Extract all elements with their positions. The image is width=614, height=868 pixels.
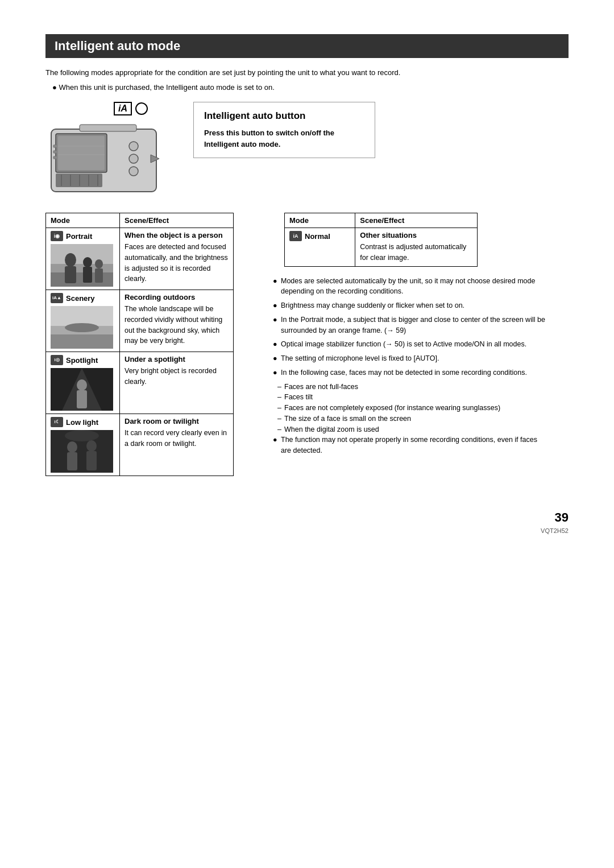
intelligent-auto-button-desc: Press this button to switch on/off the I… <box>204 127 364 150</box>
mode-cell-lowlight: i☾ Low light <box>46 414 120 476</box>
portrait-mode-icon: i◉ <box>51 231 63 241</box>
note-dash: Faces tilt <box>273 392 546 403</box>
svg-rect-36 <box>77 390 87 408</box>
scenery-mode-label: Scenery <box>66 294 95 303</box>
svg-point-35 <box>77 379 87 391</box>
spotlight-mode-label: Spotlight <box>66 356 98 365</box>
left-table-wrapper: Mode Scene/Effect i◉ Portrait <box>45 213 262 476</box>
portrait-mode-image <box>51 244 113 287</box>
right-table-header-mode: Mode <box>285 213 355 228</box>
page-number: 39 <box>45 510 569 525</box>
svg-rect-29 <box>51 306 113 326</box>
svg-point-26 <box>95 259 103 268</box>
svg-rect-20 <box>51 244 113 264</box>
lowlight-mode-icon: i☾ <box>51 417 63 427</box>
right-side: Mode Scene/Effect iA Normal Other <box>273 213 569 476</box>
note-item: The setting of microphone level is fixed… <box>273 353 546 364</box>
lowlight-mode-label: Low light <box>66 418 98 427</box>
scene-cell-normal: Other situations Contrast is adjusted au… <box>355 228 478 267</box>
mode-cell-portrait: i◉ Portrait <box>46 228 120 290</box>
portrait-mode-label: Portrait <box>66 232 92 241</box>
scenery-mode-image <box>51 306 113 349</box>
svg-rect-10 <box>56 173 102 187</box>
table-row: i☾ Low light <box>46 414 234 476</box>
ia-circle-icon <box>135 102 148 115</box>
normal-mode-icon: iA <box>289 231 302 241</box>
spotlight-mode-image <box>51 368 113 411</box>
table-row: iA▲ Scenery <box>46 290 234 352</box>
svg-point-7 <box>129 167 138 176</box>
scene-cell-spotlight: Under a spotlight Very bright object is … <box>120 352 234 414</box>
top-section: iA <box>45 102 569 199</box>
note-dash: Faces are not completely exposed (for in… <box>273 403 546 414</box>
svg-rect-2 <box>58 136 105 170</box>
svg-point-18 <box>53 156 56 159</box>
normal-mode-label: Normal <box>305 232 330 241</box>
svg-rect-9 <box>80 125 136 131</box>
svg-point-22 <box>65 253 76 267</box>
mode-cell-normal: iA Normal <box>285 228 355 267</box>
intelligent-auto-button-box: Intelligent auto button Press this butto… <box>193 102 375 158</box>
note-item: In the Portrait mode, a subject that is … <box>273 315 546 336</box>
model-code: VQT2H52 <box>541 527 569 534</box>
svg-point-16 <box>53 144 56 148</box>
scene-cell-scenery: Recording outdoors The whole landscape w… <box>120 290 234 352</box>
camera-illustration <box>45 118 171 197</box>
svg-point-42 <box>65 430 99 441</box>
svg-rect-25 <box>83 267 92 283</box>
svg-point-24 <box>83 257 92 267</box>
svg-point-32 <box>65 323 99 332</box>
mode-cell-spotlight: i◎ Spotlight <box>46 352 120 414</box>
note-item: Brightness may change suddenly or flicke… <box>273 300 546 311</box>
scene-cell-portrait: When the object is a person Faces are de… <box>120 228 234 290</box>
svg-point-5 <box>129 142 138 151</box>
right-mode-table: Mode Scene/Effect iA Normal Other <box>284 213 478 267</box>
bullet-intro: When this unit is purchased, the Intelli… <box>45 82 569 93</box>
svg-rect-39 <box>67 452 77 470</box>
note-item: In the following case, faces may not be … <box>273 367 546 378</box>
svg-rect-23 <box>65 266 76 283</box>
left-table-header-mode: Mode <box>46 213 120 228</box>
notes-section: Modes are selected automatically by the … <box>273 276 546 477</box>
right-table-header-scene: Scene/Effect <box>355 213 478 228</box>
table-row: i◎ Spotlight <box>46 352 234 414</box>
svg-point-40 <box>86 440 97 452</box>
table-row: iA Normal Other situations Contrast is a… <box>285 228 478 267</box>
table-row: i◉ Portrait <box>46 228 234 290</box>
intro-text: The following modes appropriate for the … <box>45 67 569 78</box>
scenery-mode-icon: iA▲ <box>51 293 63 303</box>
note-dash: The size of a face is small on the scree… <box>273 414 546 424</box>
right-table-wrapper: Mode Scene/Effect iA Normal Other <box>284 213 478 267</box>
left-table-header-scene: Scene/Effect <box>120 213 234 228</box>
svg-point-17 <box>53 150 56 154</box>
svg-point-38 <box>67 441 77 453</box>
intelligent-auto-button-title: Intelligent auto button <box>204 110 364 122</box>
mode-cell-scenery: iA▲ Scenery <box>46 290 120 352</box>
lowlight-mode-image <box>51 430 113 473</box>
scene-cell-lowlight: Dark room or twilight It can record very… <box>120 414 234 476</box>
note-dash: When the digital zoom is used <box>273 424 546 435</box>
bottom-row: Mode Scene/Effect i◉ Portrait <box>45 213 569 476</box>
note-item: The function may not operate properly in… <box>273 435 546 456</box>
svg-rect-27 <box>95 268 103 283</box>
left-mode-table: Mode Scene/Effect i◉ Portrait <box>45 213 234 476</box>
page-number-area: 39 VQT2H52 <box>45 510 569 535</box>
ia-badge: iA <box>114 102 132 115</box>
spotlight-mode-icon: i◎ <box>51 355 63 365</box>
page-title: Intelligent auto mode <box>45 34 569 58</box>
camera-image-area: iA <box>45 102 171 199</box>
svg-rect-41 <box>86 451 97 470</box>
note-dash: Faces are not full-faces <box>273 382 546 392</box>
note-item: Modes are selected automatically by the … <box>273 276 546 297</box>
svg-rect-21 <box>51 272 113 287</box>
svg-point-6 <box>129 154 138 163</box>
note-item: Optical image stabilizer function (→ 50)… <box>273 339 546 350</box>
